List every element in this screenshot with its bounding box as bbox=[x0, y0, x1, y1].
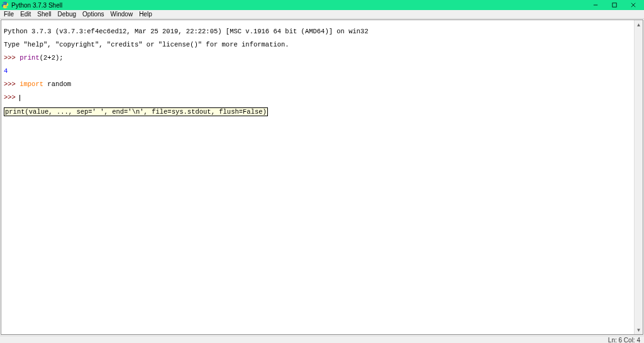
menu-debug[interactable]: Debug bbox=[58, 11, 76, 18]
calltip: print(value, ..., sep=' ', end='\n', fil… bbox=[4, 107, 268, 116]
shell-output: 4 bbox=[4, 68, 640, 75]
menu-edit[interactable]: Edit bbox=[20, 11, 31, 18]
titlebar: Python 3.7.3 Shell bbox=[0, 0, 644, 10]
shell-line-print: >>> print(2+2); bbox=[4, 55, 640, 62]
editor-container: Python 3.7.3 (v3.7.3:ef4ec6ed12, Mar 25 … bbox=[1, 19, 643, 335]
menu-shell[interactable]: Shell bbox=[37, 11, 51, 18]
print-args: (2+2); bbox=[40, 54, 64, 62]
statusbar: Ln: 6 Col: 4 bbox=[0, 335, 644, 343]
shell-editor[interactable]: Python 3.7.3 (v3.7.3:ef4ec6ed12, Mar 25 … bbox=[1, 20, 643, 334]
builtin-print: print bbox=[19, 54, 40, 62]
scroll-up-icon[interactable]: ▲ bbox=[635, 20, 643, 29]
prompt: >>> bbox=[4, 80, 19, 88]
maximize-button[interactable] bbox=[605, 0, 624, 10]
menu-help[interactable]: Help bbox=[139, 11, 152, 18]
shell-line-current: >>> bbox=[4, 94, 640, 101]
shell-line-import: >>> import random bbox=[4, 81, 640, 88]
menu-window[interactable]: Window bbox=[111, 11, 133, 18]
scroll-down-icon[interactable]: ▼ bbox=[635, 325, 643, 334]
cursor-position: Ln: 6 Col: 4 bbox=[608, 337, 640, 343]
shell-banner-line1: Python 3.7.3 (v3.7.3:ef4ec6ed12, Mar 25 … bbox=[4, 28, 640, 35]
prompt: >>> bbox=[4, 54, 19, 62]
close-button[interactable] bbox=[624, 0, 643, 10]
menu-file[interactable]: File bbox=[4, 11, 14, 18]
minimize-button[interactable] bbox=[586, 0, 605, 10]
window-controls bbox=[586, 0, 643, 10]
vertical-scrollbar[interactable]: ▲ ▼ bbox=[634, 20, 643, 334]
prompt: >>> bbox=[4, 94, 19, 101]
module-random: random bbox=[43, 80, 71, 88]
text-cursor bbox=[19, 95, 20, 101]
window-title: Python 3.7.3 Shell bbox=[11, 2, 586, 9]
menubar: File Edit Shell Debug Options Window Hel… bbox=[0, 10, 644, 19]
shell-banner-line2: Type "help", "copyright", "credits" or "… bbox=[4, 41, 640, 48]
python-icon bbox=[1, 1, 9, 9]
svg-rect-1 bbox=[613, 3, 616, 7]
calltip-line: print(value, ..., sep=' ', end='\n', fil… bbox=[4, 107, 640, 114]
keyword-import: import bbox=[19, 80, 43, 88]
menu-options[interactable]: Options bbox=[82, 11, 104, 18]
